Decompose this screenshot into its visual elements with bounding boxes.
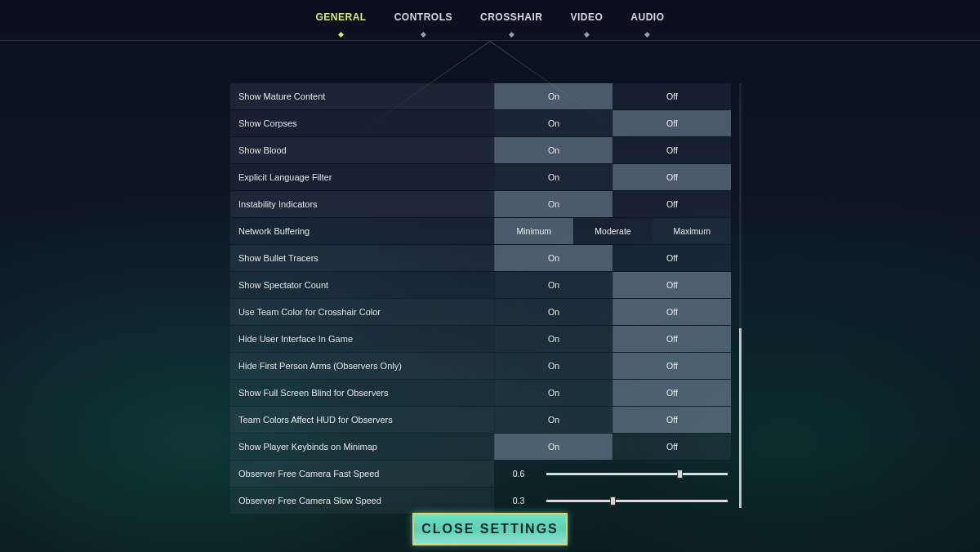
scrollbar-thumb[interactable]: [739, 328, 742, 508]
setting-label: Instability Indicators: [230, 191, 494, 217]
slider-track-container[interactable]: [543, 473, 731, 475]
setting-label: Show Player Keybinds on Minimap: [230, 434, 494, 460]
setting-label: Show Bullet Tracers: [230, 245, 494, 271]
option-button[interactable]: On: [494, 83, 612, 109]
tab-controls[interactable]: CONTROLS: [394, 7, 452, 34]
setting-label: Team Colors Affect HUD for Observers: [230, 407, 494, 433]
setting-row: Instability IndicatorsOnOff: [230, 191, 731, 217]
setting-row: Show CorpsesOnOff: [230, 110, 731, 136]
option-button[interactable]: Off: [612, 353, 731, 379]
setting-row: Show Full Screen Blind for ObserversOnOf…: [230, 380, 731, 406]
option-button[interactable]: Off: [612, 164, 731, 190]
option-button[interactable]: On: [494, 380, 612, 406]
tab-crosshair[interactable]: CROSSHAIR: [480, 7, 543, 34]
option-button[interactable]: On: [494, 164, 612, 190]
option-button[interactable]: On: [494, 245, 612, 271]
option-button[interactable]: Off: [612, 110, 731, 136]
option-button[interactable]: Moderate: [573, 218, 653, 244]
setting-row: Show Bullet TracersOnOff: [230, 245, 731, 271]
close-settings-button[interactable]: CLOSE SETTINGS: [412, 513, 568, 545]
setting-label: Show Blood: [230, 137, 494, 163]
option-button[interactable]: On: [494, 191, 612, 217]
option-button[interactable]: On: [494, 353, 612, 379]
option-button[interactable]: Off: [612, 434, 731, 460]
option-button[interactable]: On: [494, 326, 612, 352]
slider-value: 0.3: [494, 496, 543, 505]
option-button[interactable]: Off: [612, 245, 731, 271]
slider-track-container[interactable]: [543, 500, 731, 502]
option-button[interactable]: On: [494, 299, 612, 325]
setting-label: Observer Free Camera Fast Speed: [230, 461, 494, 487]
settings-scrollbar[interactable]: [739, 83, 742, 508]
slider-handle[interactable]: [610, 496, 616, 505]
option-button[interactable]: Off: [612, 299, 731, 325]
option-button[interactable]: Maximum: [652, 218, 731, 244]
setting-label: Hide First Person Arms (Observers Only): [230, 353, 494, 379]
setting-label: Show Mature Content: [230, 83, 494, 109]
setting-label: Show Corpses: [230, 110, 494, 136]
setting-row: Observer Free Camera Slow Speed0.3: [230, 487, 731, 514]
setting-label: Show Spectator Count: [230, 272, 494, 298]
tab-general[interactable]: GENERAL: [315, 7, 366, 34]
setting-row: Show BloodOnOff: [230, 137, 731, 163]
setting-row: Hide First Person Arms (Observers Only)O…: [230, 353, 731, 379]
setting-label: Show Full Screen Blind for Observers: [230, 380, 494, 406]
setting-label: Network Buffering: [230, 218, 494, 244]
setting-label: Use Team Color for Crosshair Color: [230, 299, 494, 325]
option-button[interactable]: Off: [612, 380, 731, 406]
setting-row: Use Team Color for Crosshair ColorOnOff: [230, 299, 731, 325]
settings-panel: Show Mature ContentOnOffShow CorpsesOnOf…: [230, 83, 750, 511]
setting-row: Show Mature ContentOnOff: [230, 83, 731, 109]
setting-row: Explicit Language FilterOnOff: [230, 164, 731, 190]
tab-audio[interactable]: AUDIO: [630, 7, 664, 34]
option-button[interactable]: Off: [612, 191, 731, 217]
slider-handle[interactable]: [677, 470, 683, 479]
settings-tabs: GENERAL CONTROLS CROSSHAIR VIDEO AUDIO: [0, 0, 980, 41]
option-button[interactable]: Off: [612, 407, 731, 433]
setting-row: Observer Free Camera Fast Speed0.6: [230, 461, 731, 487]
option-button[interactable]: Off: [612, 326, 731, 352]
setting-row: Team Colors Affect HUD for ObserversOnOf…: [230, 407, 731, 433]
setting-label: Observer Free Camera Slow Speed: [230, 487, 494, 514]
option-button[interactable]: Off: [612, 137, 731, 163]
option-button[interactable]: On: [494, 110, 612, 136]
option-button[interactable]: On: [494, 137, 612, 163]
option-button[interactable]: Off: [612, 272, 731, 298]
setting-row: Show Spectator CountOnOff: [230, 272, 731, 298]
setting-row: Network BufferingMinimumModerateMaximum: [230, 218, 731, 244]
slider-value: 0.6: [494, 469, 543, 479]
option-button[interactable]: On: [494, 407, 612, 433]
setting-label: Hide User Interface In Game: [230, 326, 494, 352]
option-button[interactable]: Off: [612, 83, 731, 109]
option-button[interactable]: On: [494, 434, 612, 460]
option-button[interactable]: On: [494, 272, 612, 298]
option-button[interactable]: Minimum: [494, 218, 573, 244]
setting-label: Explicit Language Filter: [230, 164, 494, 190]
tab-video[interactable]: VIDEO: [571, 7, 604, 34]
setting-row: Hide User Interface In GameOnOff: [230, 326, 731, 352]
setting-row: Show Player Keybinds on MinimapOnOff: [230, 434, 731, 460]
